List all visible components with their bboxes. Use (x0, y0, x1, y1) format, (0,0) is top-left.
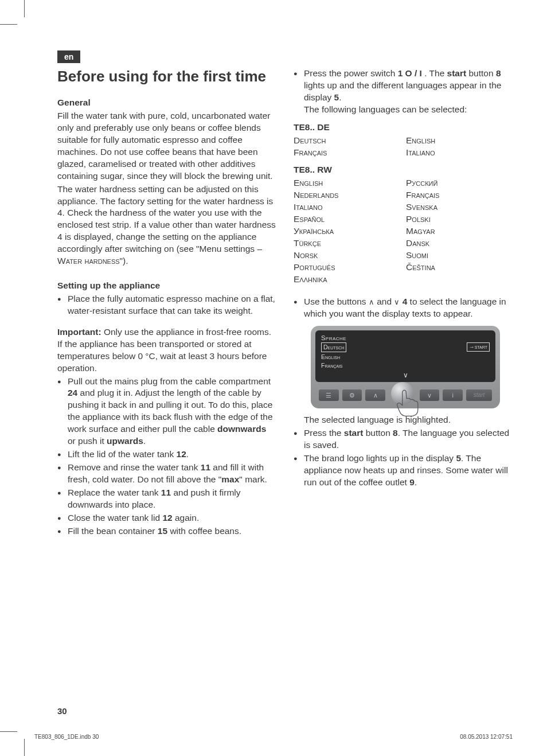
panel-button-menu-icon: ☰ (319, 389, 339, 401)
crop-mark (0, 24, 17, 25)
model-heading: TE8.. DE (294, 122, 513, 134)
bold-word: start (344, 428, 364, 438)
print-file: TE803_806_1DE.indb 30 (34, 734, 99, 740)
text: button (363, 428, 393, 438)
text: Pull out the mains plug from the cable c… (68, 376, 271, 386)
heading-setup: Setting up the appliance (57, 280, 276, 292)
bold-word: upwards (107, 436, 143, 446)
language-option: Français (294, 147, 400, 159)
language-option: Norsk (294, 250, 400, 262)
language-option: Polski (406, 213, 513, 225)
language-option: Português (294, 262, 400, 274)
language-option: Italiano (294, 201, 400, 213)
ref-number: 15 (158, 526, 167, 536)
language-option: Nederlands (294, 189, 400, 201)
text: again. (173, 513, 200, 523)
language-option: Italiano (406, 147, 513, 159)
left-column: Before using for the first time General … (57, 68, 276, 539)
language-option: Deutsch (294, 135, 400, 147)
language-option: English (294, 177, 400, 189)
text: . (415, 477, 417, 487)
text: Lift the lid of the water tank (68, 449, 177, 459)
panel-button-row: ☰ ⚙ ∧ ∨ i start (315, 382, 495, 405)
heading-general: General (57, 97, 276, 109)
rotary-dial (391, 382, 414, 405)
list-item: Replace the water tank 11 and push it fi… (57, 487, 276, 511)
language-option: Čeština (406, 262, 513, 274)
text: Use the buttons (304, 297, 369, 306)
language-option: Français (406, 189, 513, 201)
text: Press the (304, 428, 344, 438)
language-option: Magyar (406, 225, 513, 237)
text: Fill the bean container (68, 526, 158, 536)
language-option: Ελληνικα (294, 274, 400, 286)
ref-number: 8 (393, 428, 398, 438)
list-item: The brand logo lights up in the display … (294, 453, 513, 489)
ref-number: 5 (334, 92, 339, 102)
screen-selected-option: Deutsch (321, 342, 346, 352)
ref-number: 12 (162, 513, 172, 523)
print-metadata: TE803_806_1DE.indb 30 08.05.2013 12:07:5… (34, 734, 513, 740)
language-grid-de: Deutsch English Français Italiano (294, 135, 513, 159)
language-option: Dansk (406, 237, 513, 250)
panel-button-start: start (466, 389, 492, 401)
pointing-hand-icon (391, 387, 422, 418)
bold-word: downwards (217, 424, 266, 434)
ref-number: 11 (161, 488, 171, 497)
list-item: Lift the lid of the water tank 12. (57, 449, 276, 461)
bold-word: start (447, 68, 467, 78)
bold-word: max (221, 474, 239, 484)
list-item: Press the power switch 1 O / I . The sta… (294, 68, 513, 116)
language-option: Svenska (406, 201, 513, 213)
page-number: 30 (57, 706, 67, 716)
text: . (186, 449, 189, 459)
important-label: Important: (57, 327, 101, 337)
ref-number: 24 (68, 388, 77, 398)
bullet-list: Pull out the mains plug from the cable c… (57, 376, 276, 537)
paragraph: Fill the water tank with pure, cold, unc… (57, 110, 276, 182)
chevron-down-icon: ∨ (394, 298, 400, 306)
ref-number: 4 (403, 297, 408, 306)
chevron-up-icon: ∧ (369, 298, 374, 306)
crop-mark (0, 731, 17, 732)
page: en Before using for the first time Gener… (0, 0, 547, 756)
text: The following languages can be selected: (304, 104, 467, 114)
text: " mark. (239, 474, 267, 484)
list-item: Pull out the mains plug from the cable c… (57, 376, 276, 448)
screen-title: Sprache (321, 334, 490, 342)
text: Remove and rinse the water tank (68, 462, 201, 472)
ref-number: 8 (496, 68, 501, 78)
text: start (475, 344, 487, 350)
list-item: Use the buttons ∧ and ∨ 4 to select the … (294, 296, 513, 320)
screen-option: English (321, 353, 490, 361)
list-item: Remove and rinse the water tank 11 and f… (57, 462, 276, 486)
bullet-list: Use the buttons ∧ and ∨ 4 to select the … (294, 296, 513, 320)
text: "). (120, 256, 128, 266)
content-columns: Before using for the first time General … (57, 68, 513, 539)
ref-number: 12 (177, 449, 186, 459)
ref-number: 11 (201, 462, 210, 472)
screen-start-badge: →start (467, 342, 490, 352)
text: . (339, 92, 341, 102)
list-item: Close the water tank lid 12 again. (57, 512, 276, 524)
ref-number: 9 (409, 477, 415, 487)
text: button (466, 68, 496, 78)
paragraph-important: Important: Only use the appliance in fro… (57, 326, 276, 375)
language-grid-rw: English Русский Nederlands Français Ital… (294, 177, 513, 285)
text: The brand logo lights up in the display (304, 453, 456, 463)
bullet-list: Press the power switch 1 O / I . The sta… (294, 68, 513, 116)
language-option: Türkçe (294, 237, 400, 250)
paragraph: The water hardness setting can be adjust… (57, 184, 276, 267)
bullet-list: Press the start button 8. The language y… (294, 427, 513, 489)
appliance-display-figure: Sprache Deutsch →start English Français … (311, 326, 500, 409)
text: Replace the water tank (68, 488, 161, 497)
print-date: 08.05.2013 12:07:51 (460, 734, 513, 740)
panel-button-up-icon: ∧ (365, 389, 385, 401)
text: Close the water tank lid (68, 513, 162, 523)
right-column: Press the power switch 1 O / I . The sta… (294, 68, 513, 539)
chevron-down-icon: ∨ (321, 371, 490, 380)
language-option: English (406, 135, 513, 147)
panel-button-settings-icon: ⚙ (342, 389, 362, 401)
language-option: Українська (294, 225, 400, 237)
ref-label: 1 O / I (398, 68, 422, 78)
